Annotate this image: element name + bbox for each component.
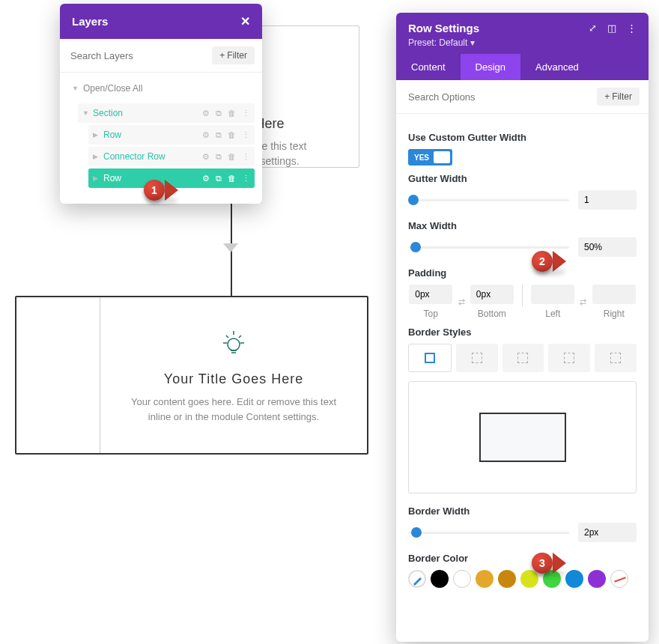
label-border-width: Border Width [408, 505, 637, 517]
label-border-color: Border Color [408, 553, 637, 564]
padding-bottom-input[interactable] [470, 285, 514, 304]
swatch-purple[interactable] [588, 570, 606, 588]
border-style-top[interactable] [456, 344, 498, 372]
layer-item-connector-row[interactable]: ▶ Connector Row ⚙ ⧉ 🗑 ⋮ [88, 147, 255, 166]
gear-icon[interactable]: ⚙ [202, 109, 210, 118]
layers-filter-button[interactable]: +Filter [212, 46, 255, 64]
padding-left-input[interactable] [531, 285, 574, 304]
settings-search-input[interactable] [405, 88, 592, 106]
color-picker-icon[interactable] [408, 570, 426, 588]
link-icon[interactable]: ⇄ [458, 297, 465, 307]
settings-filter-button[interactable]: +Filter [597, 88, 640, 106]
border-style-bottom[interactable] [548, 344, 590, 372]
label-gutter-width: Gutter Width [408, 173, 637, 184]
card-body: Your content goes here. Edit or remove t… [123, 395, 344, 424]
more-icon[interactable]: ⋮ [242, 152, 250, 162]
swatch-amber[interactable] [498, 570, 516, 588]
tab-advanced[interactable]: Advanced [520, 54, 594, 80]
branch-line [15, 252, 442, 297]
layer-item-row[interactable]: ▶ Row ⚙ ⧉ 🗑 ⋮ [88, 125, 255, 145]
swatch-none[interactable] [610, 570, 628, 588]
lightbulb-icon [217, 326, 250, 359]
trash-icon[interactable]: 🗑 [228, 174, 236, 183]
swatch-orange[interactable] [476, 570, 494, 588]
swatch-black[interactable] [431, 570, 449, 588]
label-custom-gutter: Use Custom Gutter Width [408, 132, 637, 143]
border-style-left[interactable] [595, 344, 637, 372]
more-icon[interactable]: ⋮ [242, 109, 250, 118]
duplicate-icon[interactable]: ⧉ [216, 174, 222, 183]
svg-point-0 [228, 338, 240, 350]
row-settings-panel: Row Settings ⤢ ◫ ⋮ Preset: Default ▾ Con… [396, 13, 649, 642]
annotation-marker-1: 1 [144, 180, 183, 201]
label-border-styles: Border Styles [408, 326, 637, 338]
border-preview [408, 381, 637, 493]
caption-top: Top [424, 309, 438, 319]
gear-icon[interactable]: ⚙ [202, 152, 210, 162]
swatch-white[interactable] [453, 570, 471, 588]
padding-top-input[interactable] [409, 285, 452, 304]
border-style-right[interactable] [502, 344, 544, 372]
duplicate-icon[interactable]: ⧉ [216, 109, 222, 118]
max-width-input[interactable] [578, 237, 637, 257]
chevron-down-icon: ▼ [82, 109, 90, 117]
annotation-marker-2: 2 [532, 251, 571, 272]
card-title: Your Title Goes Here [123, 371, 344, 387]
layer-item-section[interactable]: ▼ Section ⚙ ⧉ 🗑 ⋮ [78, 103, 255, 123]
gutter-width-slider[interactable] [408, 192, 569, 207]
duplicate-icon[interactable]: ⧉ [216, 152, 222, 162]
layers-title: Layers [72, 15, 108, 28]
panel-anchor-arrow-icon [223, 243, 238, 252]
chevron-down-icon: ▼ [72, 85, 79, 92]
expand-icon[interactable]: ⤢ [589, 22, 597, 34]
open-close-all[interactable]: ▼ Open/Close All [67, 80, 255, 101]
settings-title: Row Settings [408, 22, 479, 34]
border-width-input[interactable] [578, 523, 637, 542]
annotation-marker-3: 3 [532, 553, 571, 574]
more-icon[interactable]: ⋮ [242, 130, 250, 140]
preset-dropdown[interactable]: Preset: Default ▾ [408, 37, 637, 48]
chevron-right-icon: ▶ [93, 131, 100, 139]
layers-panel: Layers ✕ +Filter ▼ Open/Close All ▼ Sect… [60, 4, 262, 204]
layers-search-input[interactable] [67, 47, 207, 64]
tab-design[interactable]: Design [461, 54, 520, 80]
caption-left: Left [545, 309, 560, 319]
gear-icon[interactable]: ⚙ [202, 130, 210, 140]
caption-right: Right [604, 309, 625, 319]
border-width-slider[interactable] [408, 525, 569, 540]
border-color-swatches [408, 570, 637, 588]
chevron-right-icon: ▶ [93, 153, 100, 160]
gutter-width-input[interactable] [578, 190, 637, 210]
tab-content[interactable]: Content [396, 54, 461, 80]
close-icon[interactable]: ✕ [240, 14, 250, 28]
label-padding: Padding [408, 267, 637, 279]
border-style-all[interactable] [408, 344, 452, 372]
chevron-right-icon: ▶ [93, 174, 100, 182]
duplicate-icon[interactable]: ⧉ [216, 130, 222, 140]
custom-gutter-toggle[interactable]: YES [408, 149, 452, 165]
padding-right-input[interactable] [592, 285, 636, 304]
trash-icon[interactable]: 🗑 [228, 130, 236, 140]
trash-icon[interactable]: 🗑 [228, 109, 236, 118]
caption-bottom: Bottom [478, 309, 506, 319]
split-view-icon[interactable]: ◫ [607, 22, 616, 34]
settings-tabs: Content Design Advanced [396, 54, 649, 80]
link-icon[interactable]: ⇄ [580, 297, 586, 307]
more-icon[interactable]: ⋮ [627, 22, 637, 34]
trash-icon[interactable]: 🗑 [228, 152, 236, 162]
label-max-width: Max Width [408, 220, 637, 231]
gear-icon[interactable]: ⚙ [202, 174, 210, 183]
more-icon[interactable]: ⋮ [242, 174, 250, 183]
content-card[interactable]: Your Title Goes Here Your content goes h… [15, 296, 368, 455]
